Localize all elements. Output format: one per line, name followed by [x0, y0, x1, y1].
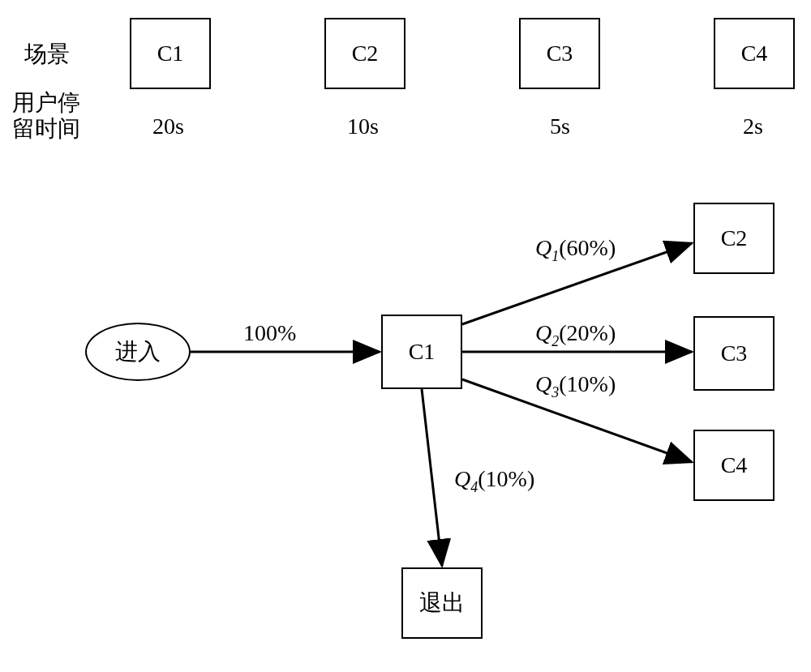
flow-target-exit: 退出 [401, 567, 483, 639]
prob-q1: Q1(60%) [535, 235, 616, 265]
dwell-time-value: 5s [550, 113, 570, 139]
enter-label: 进入 [115, 336, 161, 367]
dwell-time-value: 10s [347, 113, 379, 139]
prob-q4: Q4(10%) [454, 466, 534, 496]
flow-target-label: C2 [721, 225, 748, 251]
scene-label: 场景 [24, 39, 70, 70]
scene-box-c2: C2 [324, 18, 406, 89]
q-var: Q [535, 235, 551, 260]
scene-box-c3: C3 [519, 18, 600, 89]
dwell-time-value: 2s [743, 113, 763, 139]
flow-center-c1: C1 [381, 315, 462, 389]
q-sub: 2 [551, 333, 559, 349]
dwell-time-label-2: 留时间 [12, 113, 80, 144]
flow-exit-label: 退出 [419, 588, 465, 618]
flow-target-c2: C2 [693, 203, 775, 274]
enter-node: 进入 [85, 323, 191, 381]
prob-100: 100% [243, 320, 296, 346]
q-prob: (10%) [559, 371, 616, 396]
scene-box-c4: C4 [714, 18, 795, 89]
scene-box-label: C2 [352, 41, 379, 66]
q-sub: 1 [551, 248, 559, 264]
scene-box-label: C3 [547, 41, 573, 66]
prob-q3: Q3(10%) [535, 371, 616, 401]
q-sub: 3 [551, 384, 559, 400]
q-var: Q [535, 371, 551, 396]
q-prob: (10%) [478, 466, 534, 491]
flow-target-c4: C4 [693, 430, 775, 501]
flow-center-label: C1 [409, 339, 436, 365]
scene-box-label: C4 [741, 41, 768, 66]
flow-target-c3: C3 [693, 316, 775, 391]
q-prob: (20%) [559, 320, 616, 345]
prob-q2: Q2(20%) [535, 320, 616, 350]
flow-target-label: C3 [721, 340, 748, 366]
q-var: Q [454, 466, 470, 491]
svg-line-5 [422, 389, 442, 566]
scene-box-label: C1 [157, 41, 184, 66]
flow-target-label: C4 [721, 452, 748, 478]
dwell-time-value: 20s [152, 113, 184, 139]
q-prob: (60%) [559, 235, 616, 260]
q-sub: 4 [470, 479, 478, 495]
scene-box-c1: C1 [130, 18, 211, 89]
q-var: Q [535, 320, 551, 345]
